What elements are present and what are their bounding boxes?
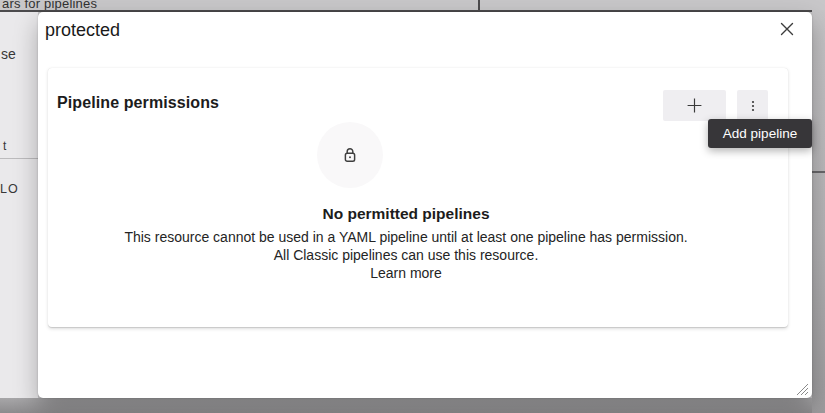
card-title: Pipeline permissions [57, 94, 219, 112]
background-divider [812, 171, 825, 173]
close-icon [779, 21, 795, 37]
background-page-header: ars for pipelines [0, 0, 825, 12]
background-text-fragment: t [3, 139, 6, 153]
background-text-fragment: LO [0, 182, 19, 196]
background-header-text: ars for pipelines [2, 0, 97, 11]
background-left-strip: se t LO [0, 12, 38, 398]
background-divider [0, 158, 38, 159]
background-right-strip [812, 10, 825, 413]
add-pipeline-tooltip: Add pipeline [708, 119, 812, 148]
zero-data-description-line2: All Classic pipelines can use this resou… [106, 246, 706, 264]
add-pipeline-button[interactable] [663, 90, 726, 121]
close-button[interactable] [775, 17, 799, 41]
resize-gripper-icon [795, 382, 809, 396]
zero-data-description-line1: This resource cannot be used in a YAML p… [106, 228, 706, 246]
background-text-fragment: se [1, 46, 16, 62]
zero-data-message: No permitted pipelines This resource can… [106, 205, 706, 282]
background-bottom-strip [0, 398, 812, 413]
zero-data-heading: No permitted pipelines [106, 205, 706, 223]
resize-gripper[interactable] [794, 381, 809, 396]
lock-icon [341, 146, 359, 164]
dialog-title: protected [45, 20, 120, 41]
pipeline-permissions-card: Pipeline permissions [48, 68, 788, 327]
learn-more-link[interactable]: Learn more [370, 264, 442, 282]
more-options-button[interactable] [737, 90, 768, 121]
more-options-icon [745, 98, 761, 114]
background-header-divider [478, 0, 480, 10]
plus-icon [686, 97, 703, 114]
zero-data-icon-circle [317, 122, 383, 188]
pipeline-permissions-dialog: protected Pipeline permissions [38, 12, 812, 398]
screen: ars for pipelines se t LO protected Pipe… [0, 0, 825, 413]
